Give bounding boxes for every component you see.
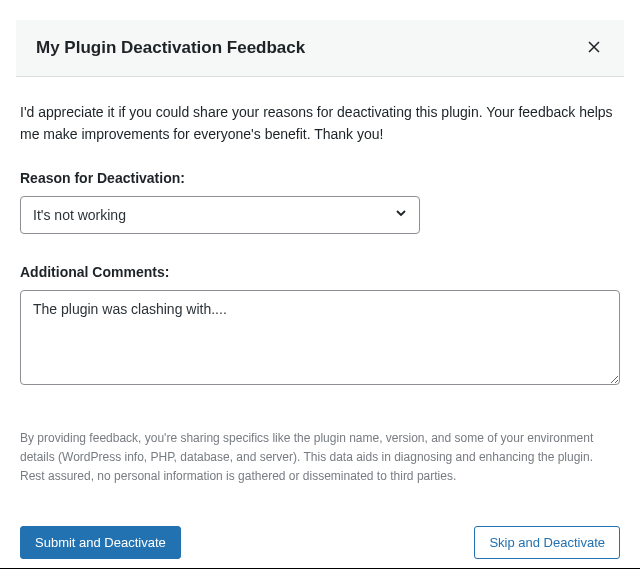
close-button[interactable]	[584, 36, 604, 60]
close-icon	[588, 39, 600, 56]
comments-textarea[interactable]	[20, 290, 620, 385]
modal-footer: Submit and Deactivate Skip and Deactivat…	[20, 526, 620, 559]
reason-select-wrap: It's not working	[20, 196, 420, 234]
reason-select[interactable]: It's not working	[20, 196, 420, 234]
modal-header: My Plugin Deactivation Feedback	[16, 20, 624, 77]
submit-button[interactable]: Submit and Deactivate	[20, 526, 181, 559]
reason-label: Reason for Deactivation:	[20, 170, 620, 186]
comments-label: Additional Comments:	[20, 264, 620, 280]
disclaimer-text: By providing feedback, you're sharing sp…	[20, 429, 620, 487]
deactivation-feedback-modal: My Plugin Deactivation Feedback I'd appr…	[0, 0, 640, 569]
intro-text: I'd appreciate it if you could share you…	[20, 101, 620, 146]
skip-button[interactable]: Skip and Deactivate	[474, 526, 620, 559]
modal-title: My Plugin Deactivation Feedback	[36, 38, 305, 58]
